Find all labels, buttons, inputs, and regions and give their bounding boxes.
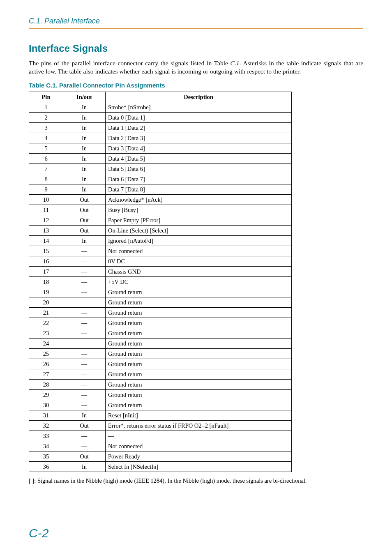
- table-row: 3InData 1 [Data 2]: [29, 123, 292, 133]
- cell-desc: Reset [nInit]: [106, 410, 292, 421]
- cell-io: In: [63, 410, 106, 421]
- cell-desc: Data 7 [Data 8]: [106, 184, 292, 195]
- cell-io: In: [63, 462, 106, 472]
- table-row: 18—+5V DC: [29, 277, 292, 287]
- cell-desc: Ground return: [106, 369, 292, 380]
- table-row: 31InReset [nInit]: [29, 410, 292, 421]
- cell-pin: 23: [29, 328, 63, 339]
- cell-pin: 14: [29, 236, 63, 246]
- cell-pin: 18: [29, 277, 63, 287]
- section-heading: Interface Signals: [29, 42, 363, 55]
- cell-io: In: [63, 143, 106, 154]
- cell-desc: Ground return: [106, 400, 292, 410]
- cell-desc: Busy [Busy]: [106, 205, 292, 215]
- cell-desc: Ground return: [106, 297, 292, 308]
- pin-assignments-table: Pin In/out Description 1InStrobe* [nStro…: [29, 92, 292, 472]
- cell-pin: 13: [29, 226, 63, 236]
- cell-desc: Ignored [nAutoFd]: [106, 236, 292, 246]
- cell-io: In: [63, 133, 106, 143]
- cell-desc: Chassis GND: [106, 267, 292, 277]
- cell-pin: 26: [29, 359, 63, 369]
- table-row: 14InIgnored [nAutoFd]: [29, 236, 292, 246]
- table-row: 30—Ground return: [29, 400, 292, 410]
- cell-io: Out: [63, 215, 106, 226]
- table-row: 15—Not connected: [29, 246, 292, 256]
- cell-io: —: [63, 380, 106, 390]
- cell-pin: 35: [29, 451, 63, 462]
- cell-io: —: [63, 339, 106, 349]
- table-row: 22—Ground return: [29, 318, 292, 328]
- cell-pin: 32: [29, 421, 63, 431]
- cell-desc: Ground return: [106, 318, 292, 328]
- cell-pin: 33: [29, 431, 63, 441]
- table-row: 28—Ground return: [29, 380, 292, 390]
- cell-pin: 21: [29, 308, 63, 318]
- col-pin: Pin: [29, 92, 63, 102]
- cell-io: —: [63, 328, 106, 339]
- cell-pin: 17: [29, 267, 63, 277]
- cell-io: —: [63, 256, 106, 267]
- cell-io: —: [63, 441, 106, 451]
- cell-desc: Ground return: [106, 308, 292, 318]
- cell-desc: On-Line (Select) [Select]: [106, 226, 292, 236]
- cell-io: —: [63, 369, 106, 380]
- cell-io: Out: [63, 226, 106, 236]
- intro-paragraph: The pins of the parallel interface conne…: [29, 59, 363, 76]
- cell-desc: Data 2 [Data 3]: [106, 133, 292, 143]
- cell-pin: 28: [29, 380, 63, 390]
- table-row: 10OutAcknowledge* [nAck]: [29, 195, 292, 205]
- cell-io: —: [63, 308, 106, 318]
- cell-io: Out: [63, 451, 106, 462]
- cell-io: Out: [63, 205, 106, 215]
- cell-desc: Ground return: [106, 339, 292, 349]
- cell-desc: Data 3 [Data 4]: [106, 143, 292, 154]
- cell-pin: 5: [29, 143, 63, 154]
- cell-io: —: [63, 246, 106, 256]
- cell-io: In: [63, 102, 106, 113]
- cell-io: —: [63, 287, 106, 297]
- cell-pin: 4: [29, 133, 63, 143]
- table-row: 5InData 3 [Data 4]: [29, 143, 292, 154]
- table-row: 8InData 6 [Data 7]: [29, 174, 292, 184]
- running-head: C.1. Parallel Interface: [29, 16, 363, 29]
- cell-pin: 24: [29, 339, 63, 349]
- table-caption: Table C.1. Parallel Connector Pin Assign…: [29, 81, 363, 90]
- cell-desc: —: [106, 431, 292, 441]
- cell-desc: Power Ready: [106, 451, 292, 462]
- table-row: 6InData 4 [Data 5]: [29, 154, 292, 164]
- table-row: 26—Ground return: [29, 359, 292, 369]
- cell-desc: Ground return: [106, 328, 292, 339]
- table-row: 19—Ground return: [29, 287, 292, 297]
- table-row: 12OutPaper Empty [PError]: [29, 215, 292, 226]
- cell-pin: 8: [29, 174, 63, 184]
- cell-pin: 15: [29, 246, 63, 256]
- cell-desc: Ground return: [106, 359, 292, 369]
- cell-io: —: [63, 297, 106, 308]
- cell-pin: 11: [29, 205, 63, 215]
- cell-desc: Data 6 [Data 7]: [106, 174, 292, 184]
- cell-pin: 3: [29, 123, 63, 133]
- cell-desc: Paper Empty [PError]: [106, 215, 292, 226]
- cell-pin: 7: [29, 164, 63, 174]
- table-row: 27—Ground return: [29, 369, 292, 380]
- cell-pin: 31: [29, 410, 63, 421]
- cell-desc: Error*, returns error status if FRPO O2=…: [106, 421, 292, 431]
- cell-pin: 25: [29, 349, 63, 359]
- cell-desc: Data 1 [Data 2]: [106, 123, 292, 133]
- col-desc: Description: [106, 92, 292, 102]
- cell-pin: 27: [29, 369, 63, 380]
- cell-pin: 12: [29, 215, 63, 226]
- cell-io: In: [63, 164, 106, 174]
- cell-pin: 36: [29, 462, 63, 472]
- cell-desc: Ground return: [106, 349, 292, 359]
- cell-io: In: [63, 154, 106, 164]
- table-row: 32OutError*, returns error status if FRP…: [29, 421, 292, 431]
- cell-desc: Data 4 [Data 5]: [106, 154, 292, 164]
- table-footnote: [ ]: Signal names in the Nibble (high) m…: [29, 477, 363, 485]
- cell-io: —: [63, 277, 106, 287]
- cell-io: —: [63, 349, 106, 359]
- table-row: 4InData 2 [Data 3]: [29, 133, 292, 143]
- cell-desc: 0V DC: [106, 256, 292, 267]
- intro-ref: C.1: [231, 60, 240, 67]
- cell-pin: 30: [29, 400, 63, 410]
